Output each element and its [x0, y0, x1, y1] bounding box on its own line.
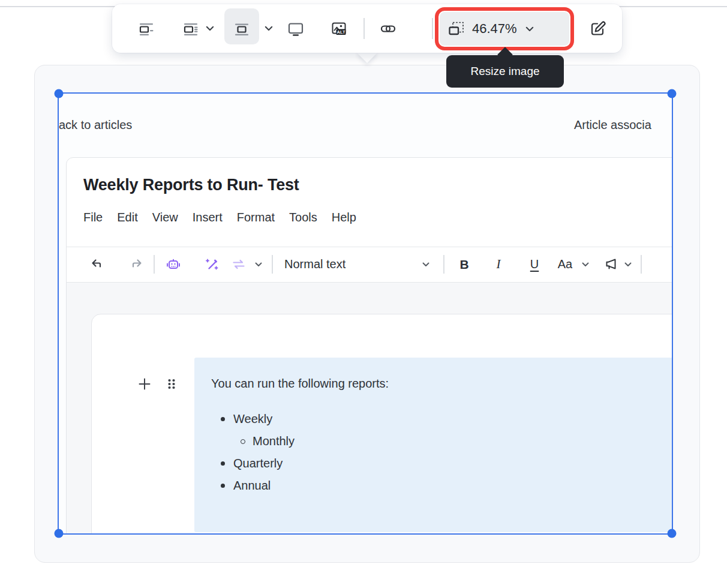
list-item: Monthly	[241, 430, 295, 452]
full-width-button[interactable]	[283, 4, 309, 53]
resize-image-button[interactable]: 46.47%	[440, 12, 569, 46]
ai-robot-icon	[166, 247, 182, 281]
announcement-icon	[603, 247, 620, 281]
paragraph-style-dropdown: Normal text	[284, 247, 346, 281]
panel-intro-text: You can run the following reports:	[211, 377, 389, 391]
resize-handle-top-right[interactable]	[668, 89, 677, 98]
chevron-down-icon	[582, 247, 589, 281]
toolbar-divider	[443, 255, 444, 274]
embedded-doc-title: Weekly Reports to Run- Test	[83, 176, 299, 194]
embedded-editor-toolbar: Normal text B I U Aa	[67, 247, 672, 283]
resize-handle-bottom-left[interactable]	[55, 529, 64, 538]
list-item: Quarterly	[221, 452, 295, 475]
screen: ack to articles Article associa Weekly R…	[0, 0, 727, 588]
resize-value: 46.47%	[472, 21, 517, 37]
drag-handle-icon	[164, 376, 179, 394]
bullet-icon	[221, 461, 225, 466]
underline-button: U	[530, 247, 539, 281]
undo-icon	[90, 247, 106, 281]
menu-format: Format	[237, 211, 275, 224]
add-block-icon	[137, 376, 152, 394]
link-button[interactable]	[375, 4, 401, 53]
resize-handle-bottom-right[interactable]	[668, 529, 677, 538]
menu-edit: Edit	[117, 211, 137, 224]
chevron-down-icon[interactable]	[261, 4, 277, 53]
back-to-articles-link: ack to articles	[59, 118, 132, 132]
wrap-text-button[interactable]	[178, 4, 204, 53]
toolbar-divider	[641, 255, 642, 274]
svg-text:ALT: ALT	[337, 29, 345, 34]
bullet-icon	[221, 417, 225, 421]
magic-wand-icon	[204, 247, 220, 281]
text-style-button: Aa	[558, 247, 572, 281]
chevron-down-icon	[422, 247, 429, 281]
menu-help: Help	[332, 211, 356, 224]
redo-icon	[128, 247, 143, 281]
toolbar-divider	[272, 255, 273, 274]
edit-image-button[interactable]	[585, 4, 611, 53]
info-panel: You can run the following reports: Weekl…	[194, 358, 672, 532]
menu-insert: Insert	[193, 211, 223, 224]
toolbar-divider	[364, 18, 365, 39]
chevron-down-icon	[624, 247, 632, 281]
menu-tools: Tools	[289, 211, 317, 224]
selected-image[interactable]: ack to articles Article associa Weekly R…	[58, 93, 672, 534]
block-controls	[137, 376, 179, 394]
chevron-down-icon[interactable]	[202, 4, 218, 53]
resize-icon	[447, 20, 465, 37]
chevron-down-icon	[255, 247, 262, 281]
menu-view: View	[152, 211, 178, 224]
toolbar-divider	[154, 255, 155, 274]
list-item: Annual	[221, 475, 295, 497]
swap-arrows-icon	[231, 247, 247, 281]
resize-tooltip: Resize image	[446, 55, 564, 88]
menu-file: File	[83, 211, 103, 224]
resize-handle-top-left[interactable]	[55, 89, 64, 98]
bullet-icon	[221, 484, 225, 488]
bold-button: B	[459, 247, 468, 281]
chevron-down-icon	[525, 26, 534, 32]
embedded-menubar: File Edit View Insert Format Tools Help	[83, 211, 356, 224]
italic-button: I	[497, 247, 501, 281]
alt-text-button[interactable]: ALT	[326, 4, 352, 53]
align-center-button[interactable]	[229, 4, 255, 53]
list-item: Weekly	[221, 408, 295, 430]
bullet-circle-icon	[241, 439, 245, 444]
image-toolbar: ALT 46.47%	[112, 4, 622, 53]
reports-list: Weekly Monthly Quarterly Annual	[221, 408, 295, 497]
content-card: You can run the following reports: Weekl…	[91, 314, 672, 534]
align-left-button[interactable]	[133, 4, 160, 53]
article-associations-link: Article associa	[574, 118, 651, 132]
toolbar-divider	[432, 18, 433, 39]
